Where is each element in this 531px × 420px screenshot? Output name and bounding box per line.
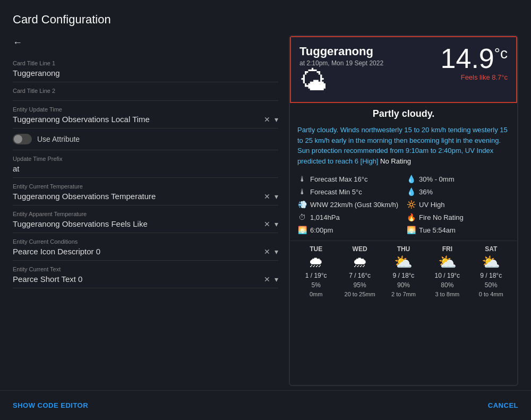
use-attribute-label: Use Attribute (37, 135, 80, 143)
detail-row: 🌡Forecast Max 16°c (297, 174, 401, 184)
forecast-day-icon: 🌧 (353, 255, 367, 270)
update-time-actions: ✕ ▾ (264, 115, 278, 124)
detail-row: 💧30% - 0mm (406, 174, 510, 184)
detail-icon: 💨 (297, 200, 307, 209)
forecast-day-icon: ⛅ (482, 255, 500, 270)
forecast-day-icon: 🌧 (309, 255, 323, 270)
temp-group: Entity Current Temperature Tuggeranong O… (13, 178, 278, 205)
detail-row: 💨WNW 22km/h (Gust 30km/h) (297, 199, 401, 210)
forecast-day: WED 🌧 7 / 16°c 95% 20 to 25mm (339, 245, 381, 297)
update-time-group: Entity Update Time Tuggeranong Observati… (13, 101, 278, 128)
weather-condition: Partly cloudy. (290, 103, 517, 123)
apparent-label: Entity Apparent Temperature (13, 211, 278, 217)
forecast-day: THU ⛅ 9 / 18°c 90% 2 to 7mm (382, 245, 425, 297)
conditions-group: Entity Current Conditions Pearce Icon De… (13, 233, 278, 261)
conditions-expand-icon[interactable]: ▾ (275, 247, 278, 256)
detail-icon: ⏱ (297, 213, 307, 221)
apparent-expand-icon[interactable]: ▾ (275, 220, 278, 228)
cancel-button[interactable]: CANCEL (488, 401, 518, 409)
text-group: Entity Current Text Pearce Short Text 0 … (13, 261, 278, 288)
forecast-day-name: TUE (310, 245, 322, 253)
forecast-day-temp: 9 / 18°c (393, 272, 415, 279)
weather-feels-like: Feels like 8.7°c (441, 73, 508, 81)
detail-icon: 🌡 (297, 187, 307, 196)
forecast-day-pct: 90% (397, 281, 410, 289)
bottom-bar: SHOW CODE EDITOR CANCEL (0, 390, 531, 420)
forecast-day-temp: 10 / 19°c (435, 272, 460, 279)
card-title-1-value: Tuggeranong (13, 68, 278, 78)
detail-icon: 💧 (406, 175, 416, 183)
apparent-clear-icon[interactable]: ✕ (264, 220, 270, 228)
forecast-day-temp: 9 / 18°c (480, 272, 502, 279)
temp-clear-icon[interactable]: ✕ (264, 192, 270, 201)
weather-main-icon: 🌤 (299, 67, 383, 95)
prefix-group: Update Time Prefix at (13, 150, 278, 178)
temp-label: Entity Current Temperature (13, 183, 278, 190)
prefix-value: at (13, 164, 278, 173)
apparent-actions: ✕ ▾ (264, 220, 278, 228)
detail-text: 6:00pm (310, 226, 333, 234)
forecast-day-icon: ⛅ (438, 255, 457, 270)
conditions-actions: ✕ ▾ (264, 247, 278, 256)
detail-row: 🌅6:00pm (297, 225, 401, 235)
card-title-1-label: Card Title Line 1 (13, 60, 278, 66)
weather-no-rating: No Rating (378, 157, 410, 165)
forecast-day-pct: 95% (354, 281, 366, 289)
back-button[interactable]: ← (13, 35, 22, 55)
weather-preview: Tuggeranong at 2:10pm, Mon 19 Sept 2022 … (289, 35, 518, 386)
detail-text: Forecast Max 16°c (310, 175, 368, 183)
weather-card: Tuggeranong at 2:10pm, Mon 19 Sept 2022 … (289, 35, 518, 386)
detail-row: 🌅Tue 5:54am (406, 225, 510, 235)
weather-details-grid: 🌡Forecast Max 16°c💧30% - 0mm🌡Forecast Mi… (290, 172, 517, 241)
temp-actions: ✕ ▾ (264, 192, 278, 201)
use-attribute-row: Use Attribute (13, 128, 278, 150)
detail-text: 36% (419, 188, 433, 196)
detail-row: ⏱1,014hPa (297, 212, 401, 222)
text-expand-icon[interactable]: ▾ (275, 275, 278, 284)
forecast-day-pct: 50% (485, 281, 498, 289)
text-actions: ✕ ▾ (264, 275, 278, 284)
detail-icon: 🌅 (297, 226, 307, 234)
forecast-day-rain: 2 to 7mm (391, 291, 416, 297)
page-title: Card Configuration (0, 0, 531, 35)
detail-icon: 💧 (406, 187, 416, 196)
detail-text: 1,014hPa (310, 213, 340, 221)
temp-expand-icon[interactable]: ▾ (275, 192, 278, 201)
update-time-value: Tuggeranong Observations Local Time (13, 115, 150, 124)
detail-icon: 🔆 (406, 200, 416, 209)
forecast-day-name: THU (397, 245, 410, 253)
forecast-day-rain: 0 to 4mm (479, 291, 503, 297)
forecast-day-temp: 7 / 16°c (349, 272, 371, 279)
forecast-day: TUE 🌧 1 / 19°c 5% 0mm (295, 245, 337, 297)
weather-top-right: 14.9°c Feels like 8.7°c (441, 45, 508, 81)
detail-row: 💧36% (406, 186, 510, 197)
config-panel: ← Card Title Line 1 Tuggeranong Card Tit… (13, 35, 278, 386)
detail-text: Forecast Min 5°c (310, 188, 362, 196)
forecast-day: SAT ⛅ 9 / 18°c 50% 0 to 4mm (470, 245, 512, 297)
conditions-label: Entity Current Conditions (13, 238, 278, 245)
forecast-day-rain: 20 to 25mm (345, 291, 375, 297)
detail-text: Fire No Rating (419, 213, 464, 221)
conditions-clear-icon[interactable]: ✕ (264, 247, 270, 256)
detail-row: 🔥Fire No Rating (406, 212, 510, 222)
forecast-day-name: WED (353, 245, 367, 253)
detail-text: 30% - 0mm (419, 175, 454, 183)
temp-value: Tuggeranong Observations Temperature (13, 192, 156, 201)
show-code-button[interactable]: SHOW CODE EDITOR (13, 401, 88, 409)
forecast-day-temp: 1 / 19°c (305, 272, 327, 279)
use-attribute-toggle[interactable] (13, 134, 32, 144)
text-clear-icon[interactable]: ✕ (264, 275, 270, 284)
forecast-day: FRI ⛅ 10 / 19°c 80% 3 to 8mm (426, 245, 468, 297)
forecast-day-name: FRI (442, 245, 452, 253)
update-time-expand-icon[interactable]: ▾ (275, 115, 278, 124)
update-time-clear-icon[interactable]: ✕ (264, 115, 270, 124)
forecast-day-rain: 3 to 8mm (435, 291, 459, 297)
text-label: Entity Current Text (13, 266, 278, 272)
toggle-knob (14, 135, 22, 143)
detail-icon: 🌡 (297, 175, 307, 183)
forecast-row: TUE 🌧 1 / 19°c 5% 0mm WED 🌧 7 / 16°c 95%… (290, 241, 517, 304)
weather-temp: 14.9°c (441, 45, 508, 72)
weather-location: Tuggeranong (299, 45, 383, 58)
apparent-group: Entity Apparent Temperature Tuggeranong … (13, 205, 278, 233)
forecast-day-name: SAT (485, 245, 497, 253)
